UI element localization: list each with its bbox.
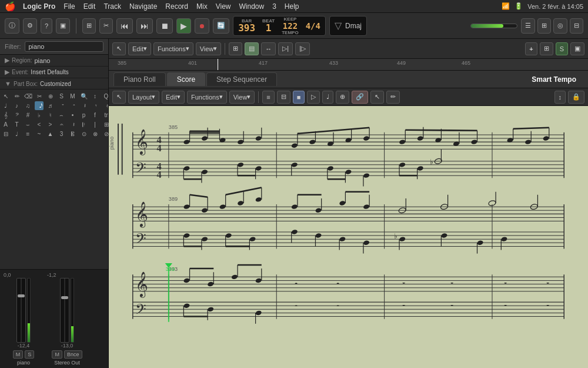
score-notation-btn[interactable]: ♩ xyxy=(322,91,333,104)
info-btn[interactable]: ⓘ xyxy=(5,18,19,34)
region-arrow[interactable]: ▶ xyxy=(5,57,9,64)
tool-extra2[interactable]: ⊗ xyxy=(91,130,99,138)
score-colors-btn[interactable]: ■ xyxy=(293,91,305,104)
grid-view-btn[interactable]: ⊞ xyxy=(229,42,242,55)
score-hide-btn[interactable]: ⊟ xyxy=(277,91,290,104)
tool-slur[interactable]: ⌣ xyxy=(24,120,32,129)
menu-logic-pro[interactable]: Logic Pro xyxy=(23,2,55,11)
functions-dropdown[interactable]: Functions ▾ xyxy=(153,42,193,55)
tool-velocity[interactable]: ↕ xyxy=(91,92,99,101)
score-voices-btn[interactable]: ≡ xyxy=(262,91,274,104)
list-view-btn[interactable]: ☰ xyxy=(521,18,535,34)
settings-btn[interactable]: ⚙ xyxy=(23,18,37,34)
score-layout-dropdown[interactable]: Layout ▾ xyxy=(128,91,159,104)
tool-dyn2[interactable]: f xyxy=(91,111,99,120)
tool-articulation[interactable]: ▲ xyxy=(46,130,55,138)
menu-edit[interactable]: Edit xyxy=(83,2,96,11)
tool-dot[interactable]: • xyxy=(68,111,77,120)
stop-btn[interactable]: ⏹ xyxy=(156,18,173,34)
edit-dropdown[interactable]: Edit ▾ xyxy=(128,42,151,55)
tool-grace[interactable]: ♩ xyxy=(12,130,21,138)
menu-file[interactable]: File xyxy=(64,2,75,11)
score-pencil[interactable]: ✏ xyxy=(386,91,400,104)
help-btn[interactable]: ? xyxy=(41,18,52,34)
tab-step-sequencer[interactable]: Step Sequencer xyxy=(206,72,277,86)
score-view[interactable]: 𝄁 𝄞 𝄢 4 4 4 4 385 piano xyxy=(109,106,588,368)
tool-a[interactable]: A xyxy=(1,120,10,129)
tool-beam[interactable]: ⊟ xyxy=(1,130,10,138)
menu-mix[interactable]: Mix xyxy=(196,2,208,11)
trim-btn[interactable]: ✂ xyxy=(99,18,113,34)
tool-flat[interactable]: ♭ xyxy=(35,111,44,120)
channel1-fader[interactable] xyxy=(16,278,26,343)
tool-rest3[interactable]: 𝄽 xyxy=(79,101,88,110)
tool-mute[interactable]: M xyxy=(68,92,77,101)
tool-note2[interactable]: ♪ xyxy=(12,101,21,110)
monitor-btn[interactable]: ▣ xyxy=(56,18,70,34)
tool-clef2[interactable]: 𝄢 xyxy=(12,111,21,120)
tool-clef1[interactable]: 𝄞 xyxy=(1,111,10,120)
menu-track[interactable]: Track xyxy=(103,2,121,11)
view-dropdown[interactable]: View ▾ xyxy=(196,42,222,55)
menu-record[interactable]: Record xyxy=(165,2,188,11)
tool-pencil[interactable]: ✏ xyxy=(12,92,21,101)
filter-input[interactable] xyxy=(25,41,104,52)
tool-tie[interactable]: ⌢ xyxy=(57,111,66,120)
tab-score[interactable]: Score xyxy=(167,72,205,86)
score-functions-dropdown[interactable]: Functions ▾ xyxy=(187,91,227,104)
event-arrow[interactable]: ▶ xyxy=(5,68,9,76)
tool-rest2[interactable]: 𝄼 xyxy=(68,101,77,110)
play-btn[interactable]: ▶ xyxy=(176,18,191,34)
mixer-btn[interactable]: ⊞ xyxy=(537,18,551,34)
add-btn[interactable]: + xyxy=(525,42,537,55)
tool-repeat[interactable]: 𝄆 xyxy=(79,120,88,129)
menu-navigate[interactable]: Navigate xyxy=(129,2,157,11)
score-pointer[interactable]: ↖ xyxy=(112,91,126,104)
ch2-mute[interactable]: M xyxy=(52,350,62,359)
rewind-btn[interactable]: ⏮ xyxy=(116,18,133,34)
tool-eraser[interactable]: ⌫ xyxy=(24,92,32,101)
apple-menu[interactable]: 🍎 xyxy=(5,1,16,12)
tool-note5[interactable]: ♬ xyxy=(46,101,55,110)
tool-note4[interactable]: 𝅘𝅥𝅯 xyxy=(35,101,44,110)
snap-mode-btn[interactable]: ⊞ xyxy=(540,42,553,55)
snap-grid-btn[interactable]: ▣ xyxy=(570,42,584,55)
tool-sharp[interactable]: # xyxy=(24,111,32,120)
tool-clef3[interactable]: 𝄡 xyxy=(68,130,77,138)
forward-btn[interactable]: ⏭ xyxy=(136,18,153,34)
editors-btn[interactable]: ⊟ xyxy=(570,18,583,34)
menu-window[interactable]: Window xyxy=(239,2,264,11)
play-display-btn[interactable]: ▷| xyxy=(278,42,293,55)
menu-help[interactable]: Help xyxy=(285,2,299,11)
tool-natural[interactable]: ♮ xyxy=(46,111,55,120)
smartcontrols-btn[interactable]: ◎ xyxy=(553,18,567,34)
cycle-btn[interactable]: 🔄 xyxy=(213,18,229,34)
menu-view[interactable]: View xyxy=(216,2,231,11)
tab-smart-tempo[interactable]: Smart Tempo xyxy=(524,73,583,86)
channel2-fader[interactable] xyxy=(60,278,69,343)
tool-zoom[interactable]: 🔍 xyxy=(79,92,88,101)
record-btn[interactable]: ⏺ xyxy=(195,18,209,34)
ch1-mute[interactable]: M xyxy=(13,350,24,359)
tool-staff[interactable]: ≡ xyxy=(24,130,32,138)
tool-text[interactable]: T xyxy=(12,120,21,129)
tool-glue[interactable]: ⊕ xyxy=(46,92,55,101)
score-settings-1[interactable]: ↕ xyxy=(554,91,566,104)
volume-slider[interactable] xyxy=(470,24,517,28)
snap-value[interactable]: S xyxy=(556,42,568,55)
score-link-btn[interactable]: ⊕ xyxy=(336,91,349,104)
note-display-btn[interactable]: ↔ xyxy=(261,42,276,55)
tool-pedal[interactable]: 𝄽 xyxy=(68,120,77,129)
tool-rest1[interactable]: 𝄻 xyxy=(57,101,66,110)
partbox-arrow[interactable]: ▼ xyxy=(5,80,11,87)
piano-roll-view-btn[interactable]: ▤ xyxy=(245,42,259,55)
score-tool-cursor[interactable]: ↖ xyxy=(370,91,384,104)
tab-piano-roll[interactable]: Piano Roll xyxy=(113,72,166,86)
tool-scissors[interactable]: ✂ xyxy=(35,92,44,101)
ch2-bounce[interactable]: Bnce xyxy=(64,350,82,359)
pointer-tool[interactable]: ↖ xyxy=(112,42,126,55)
step-display-btn[interactable]: |▷ xyxy=(295,42,310,55)
tool-barline[interactable]: | xyxy=(91,120,99,129)
snap-btn[interactable]: ⊞ xyxy=(82,18,96,34)
tool-fermata[interactable]: 𝄐 xyxy=(57,120,66,129)
